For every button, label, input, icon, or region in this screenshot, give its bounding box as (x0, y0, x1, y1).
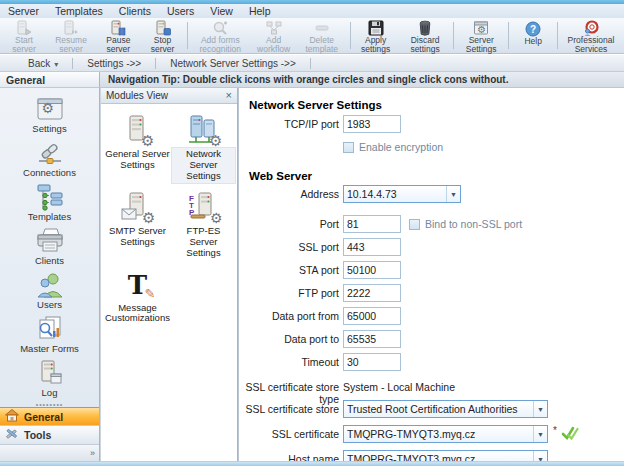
ssl-certificate-combobox[interactable]: TMQPRG-TMYQT3.myq.cz ▼ (343, 425, 548, 443)
menu-help[interactable]: Help (249, 5, 271, 17)
tcp-port-input[interactable] (343, 115, 401, 133)
professional-services-button[interactable]: Professional Services (560, 19, 622, 52)
connections-icon (34, 137, 66, 168)
menu-server[interactable]: Server (8, 5, 39, 17)
breadcrumb-network-server-settings[interactable]: Network Server Settings ->> (156, 57, 310, 70)
module-general-server-settings[interactable]: ⚙ General Server Settings (103, 114, 172, 183)
data-port-from-input[interactable] (343, 307, 401, 325)
menu-clients[interactable]: Clients (119, 5, 151, 17)
resume-server-icon (62, 20, 80, 36)
ssl-port-row: SSL port (239, 238, 624, 256)
discard-settings-icon (416, 20, 434, 36)
pause-server-icon (109, 20, 127, 36)
delete-template-button[interactable]: Delete template (296, 19, 348, 52)
resume-server-button[interactable]: Resume server (46, 19, 96, 52)
settings-form: Network Server Settings TCP/IP port Enab… (238, 88, 624, 461)
message-customizations-icon: T ✎ (118, 268, 156, 302)
network-server-settings-icon: ⚙ (184, 114, 222, 148)
users-icon (34, 269, 66, 300)
general-server-settings-icon: ⚙ (118, 114, 156, 148)
stop-server-icon (154, 20, 172, 36)
add-workflow-button[interactable]: Add workflow (251, 19, 296, 52)
module-message-customizations[interactable]: T ✎ Message Customizations (103, 268, 172, 326)
modules-view-title: Modules View (106, 90, 226, 101)
server-settings-button[interactable]: ⚙ Server Settings (456, 19, 507, 52)
close-icon[interactable]: × (226, 90, 232, 101)
help-button[interactable]: ? Help (511, 19, 555, 52)
sidebar-item-settings[interactable]: ⚙ Settings (4, 93, 96, 137)
bind-non-ssl-checkbox[interactable] (409, 219, 420, 230)
timeout-input[interactable] (343, 353, 401, 371)
back-button[interactable]: Back▾ (14, 57, 72, 70)
section-heading-network-server-settings: Network Server Settings (249, 99, 382, 111)
server-settings-icon: ⚙ (472, 20, 490, 36)
apply-settings-button[interactable]: Apply settings (352, 19, 399, 52)
professional-services-icon (582, 20, 600, 36)
sta-port-row: STA port (239, 261, 624, 279)
bind-non-ssl-checkline: Bind to non-SSL port (409, 218, 522, 230)
master-forms-icon (34, 313, 66, 344)
cert-store-type-row: SSL certificate store type System - Loca… (239, 378, 624, 396)
data-port-to-input[interactable] (343, 330, 401, 348)
toolbar-separator (350, 22, 351, 49)
sidebar-item-templates[interactable]: Templates (4, 181, 96, 225)
modules-grid: ⚙ General Server Settings ⚙ Network Serv… (101, 104, 237, 325)
breadcrumb: Back▾ Settings ->> Network Server Settin… (0, 55, 624, 72)
sidebar-icon-list: ⚙ Settings Connections Templates (0, 88, 99, 401)
sidebar-panel-title: General (0, 72, 100, 88)
chevron-down-icon: ▾ (54, 60, 58, 69)
toolbar-separator (508, 22, 509, 49)
smtp-server-settings-icon: ⚙ (118, 191, 156, 225)
toolbar-separator (557, 22, 558, 49)
data-port-from-row: Data port from (239, 307, 624, 325)
ssl-certificate-store-combobox[interactable]: Trusted Root Certification Authorities ▼ (343, 400, 548, 418)
sidebar-item-master-forms[interactable]: Master Forms (4, 313, 96, 357)
ssl-port-input[interactable] (343, 238, 401, 256)
ftp-port-input[interactable] (343, 284, 401, 302)
breadcrumb-separator (310, 58, 311, 69)
add-forms-recognition-button[interactable]: Add forms recognition (189, 19, 251, 52)
modules-view-header: Modules View × (101, 88, 237, 104)
log-icon (34, 357, 66, 388)
cert-store-type-value: System - Local Machine (343, 381, 455, 393)
module-smtp-server-settings[interactable]: ⚙ SMTP Server Settings (103, 191, 172, 260)
sidebar-section-general[interactable]: General (0, 407, 99, 425)
address-combobox[interactable]: 10.14.4.73 ▼ (343, 185, 461, 203)
tools-icon (5, 427, 19, 442)
breadcrumb-settings[interactable]: Settings ->> (73, 57, 155, 70)
menu-templates[interactable]: Templates (55, 5, 103, 17)
menu-users[interactable]: Users (167, 5, 194, 17)
port-row: Port Bind to non-SSL port (239, 215, 624, 233)
enable-encryption-checkbox[interactable] (343, 142, 354, 153)
start-server-button[interactable]: Start server (2, 19, 46, 52)
sta-port-input[interactable] (343, 261, 401, 279)
menu-bar: Server Templates Clients Users View Help (0, 4, 624, 18)
sidebar-collapse-area: » (0, 444, 99, 461)
menu-view[interactable]: View (210, 5, 233, 17)
sidebar-item-clients[interactable]: Clients (4, 225, 96, 269)
pencil-icon: ✎ (145, 286, 156, 301)
section-heading-web-server: Web Server (249, 170, 312, 182)
chevron-down-icon: ▼ (446, 186, 460, 202)
port-input[interactable] (343, 215, 401, 233)
host-name-row: Host name TMQPRG-TMYQT3.myq.cz ▼ (239, 450, 624, 461)
module-ftp-es-server-settings[interactable]: FTP ⚙ FTP-ES Server Settings (172, 191, 235, 260)
sidebar-section-tools[interactable]: Tools (0, 425, 99, 443)
chevron-down-icon: ▼ (533, 451, 547, 461)
pause-server-button[interactable]: Pause server (96, 19, 140, 52)
discard-settings-button[interactable]: Discard settings (399, 19, 451, 52)
module-network-server-settings[interactable]: ⚙ Network Server Settings (172, 114, 235, 183)
enable-encryption-checkline: Enable encryption (343, 141, 443, 153)
settings-icon: ⚙ (34, 93, 66, 124)
add-workflow-icon (265, 20, 283, 36)
sidebar-item-users[interactable]: Users (4, 269, 96, 313)
address-row: Address 10.14.4.73 ▼ (239, 185, 624, 203)
svg-text:?: ? (530, 23, 536, 34)
configure-buttons-chevron-icon[interactable]: » (90, 448, 95, 458)
stop-server-button[interactable]: Stop server (141, 19, 185, 52)
sidebar-item-log[interactable]: Log (4, 357, 96, 401)
ssl-certificate-row: SSL certificate TMQPRG-TMYQT3.myq.cz ▼ * (239, 425, 624, 443)
certificate-valid-check-icon (561, 426, 579, 443)
sidebar-item-connections[interactable]: Connections (4, 137, 96, 181)
host-name-combobox[interactable]: TMQPRG-TMYQT3.myq.cz ▼ (343, 450, 548, 461)
